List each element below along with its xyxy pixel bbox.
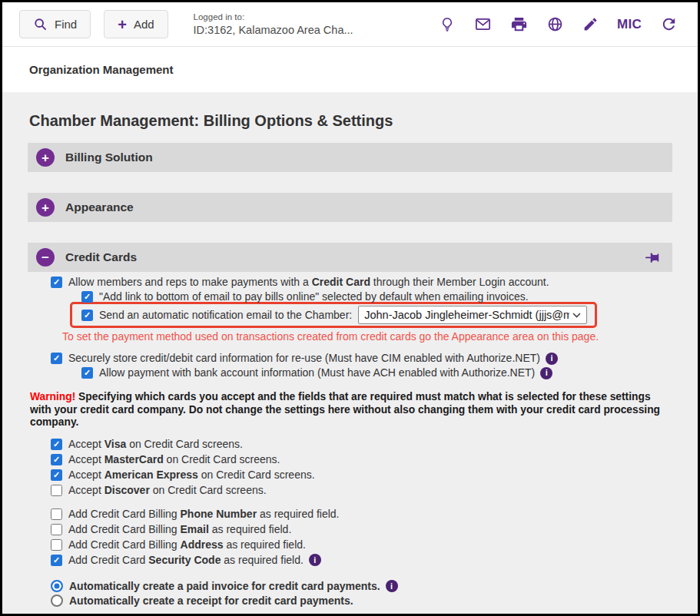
plus-icon: + (118, 17, 127, 32)
highlight-box: Send an automatic notification email to … (70, 302, 597, 328)
checkbox-row: Add Credit Card Billing Phone Number as … (51, 508, 672, 521)
checkbox[interactable] (51, 439, 62, 450)
expand-icon: + (36, 148, 55, 167)
info-icon[interactable]: i (386, 580, 398, 592)
printer-icon[interactable] (510, 15, 528, 33)
accordion-label: Credit Cards (65, 250, 137, 264)
checkbox[interactable] (81, 310, 93, 321)
payment-method-note: To set the payment method used on transa… (62, 330, 672, 343)
secure-storage-group: Securely store credit/debit card informa… (28, 352, 672, 379)
accept-cards-group: Accept Visa on Credit Card screens.Accep… (28, 438, 672, 497)
accordion-appearance[interactable]: + Appearance (28, 193, 672, 222)
row-label: Add Credit Card Security Code as require… (68, 554, 304, 567)
accordion-billing-solution[interactable]: + Billing Solution (28, 143, 672, 172)
checkbox-row: Accept Visa on Credit Card screens. (51, 438, 672, 451)
row-label: Add Credit Card Billing Address as requi… (68, 538, 306, 551)
expand-icon: + (36, 198, 55, 217)
row-label: Accept Visa on Credit Card screens. (68, 438, 243, 451)
checkbox[interactable] (51, 277, 62, 288)
checkbox-row: Allow payment with bank account informat… (81, 366, 672, 379)
breadcrumb-band: Organization Management (2, 47, 698, 92)
checkbox-row: Add Credit Card Billing Email as require… (51, 523, 672, 536)
top-toolbar: Find + Add Logged in to: ID:3162, Kalama… (2, 2, 698, 47)
chevron-down-icon (572, 313, 581, 318)
row-label: Securely store credit/debit card informa… (68, 352, 540, 365)
warning-text: Warning! Specifying which cards you acce… (30, 391, 670, 429)
row-label: Send an automatic notification email to … (99, 309, 352, 321)
collapse-icon: − (36, 248, 55, 267)
accordion-label: Billing Solution (65, 151, 153, 164)
checkbox[interactable] (81, 367, 93, 379)
refresh-icon[interactable] (660, 15, 678, 33)
radio-row: Automatically create a receipt for credi… (51, 594, 672, 608)
row-label: Accept Discover on Credit Card screens. (68, 484, 267, 497)
credit-cards-section: Allow members and reps to make payments … (28, 276, 672, 616)
lightbulb-icon[interactable] (439, 16, 456, 33)
mic-button[interactable]: MIC (617, 17, 642, 32)
add-button-label: Add (134, 18, 154, 31)
radio-button[interactable] (51, 594, 63, 607)
checkbox[interactable] (51, 485, 62, 496)
breadcrumb: Organization Management (29, 63, 174, 76)
info-icon[interactable]: i (309, 554, 321, 566)
add-button[interactable]: + Add (104, 10, 168, 38)
logged-in-value: ID:3162, Kalamazoo Area Cha... (194, 23, 353, 37)
checkbox[interactable] (51, 539, 62, 551)
find-button-label: Find (55, 18, 77, 31)
checkbox[interactable] (81, 291, 93, 303)
invoice-options-group: Automatically create a paid invoice for … (28, 580, 672, 608)
pencil-icon[interactable] (582, 16, 599, 32)
row-label: Accept MasterCard on Credit Card screens… (68, 453, 280, 466)
select-value: John-Jacob Jingleheimer-Schmidt (jjjs@ma… (364, 309, 569, 321)
checkbox[interactable] (51, 454, 62, 465)
accordion-credit-cards[interactable]: − Credit Cards (28, 243, 672, 272)
row-label: Add Credit Card Billing Phone Number as … (68, 508, 340, 521)
checkbox[interactable] (51, 524, 62, 535)
page-title: Chamber Management: Billing Options & Se… (29, 112, 672, 130)
checkbox[interactable] (51, 555, 62, 566)
required-fields-group: Add Credit Card Billing Phone Number as … (28, 508, 672, 567)
chamber-email-select[interactable]: John-Jacob Jingleheimer-Schmidt (jjjs@ma… (358, 306, 587, 324)
search-icon (33, 17, 48, 31)
checkbox-row: Add Credit Card Security Code as require… (51, 554, 672, 567)
row-label: Automatically create a paid invoice for … (69, 580, 380, 593)
checkbox[interactable] (51, 469, 62, 481)
radio-button[interactable] (51, 580, 63, 592)
checkbox-row: Accept MasterCard on Credit Card screens… (51, 453, 672, 466)
checkbox-row: Securely store credit/debit card informa… (51, 352, 672, 365)
info-icon[interactable]: i (546, 353, 558, 365)
app-window: Find + Add Logged in to: ID:3162, Kalama… (0, 0, 700, 616)
find-button[interactable]: Find (19, 10, 91, 38)
checkbox-row: Accept American Express on Credit Card s… (51, 469, 672, 482)
pin-icon[interactable] (644, 250, 660, 266)
checkbox-row: Accept Discover on Credit Card screens. (51, 484, 672, 497)
envelope-icon[interactable] (474, 15, 492, 33)
globe-icon[interactable] (546, 15, 564, 33)
row-label: Accept American Express on Credit Card s… (68, 469, 315, 482)
logged-in-info: Logged in to: ID:3162, Kalamazoo Area Ch… (194, 12, 353, 37)
row-label: Allow members and reps to make payments … (68, 276, 549, 289)
checkbox-row: Allow members and reps to make payments … (51, 276, 672, 289)
row-label: Automatically create a receipt for credi… (69, 594, 353, 608)
row-label: Allow payment with bank account informat… (99, 366, 535, 379)
accordion-label: Appearance (65, 200, 134, 214)
checkbox-row: Add Credit Card Billing Address as requi… (51, 538, 672, 551)
checkbox[interactable] (51, 508, 62, 520)
toolbar-icons: MIC (439, 15, 678, 33)
main-content: Chamber Management: Billing Options & Se… (2, 112, 698, 616)
radio-row: Automatically create a paid invoice for … (51, 580, 672, 593)
checkbox[interactable] (51, 353, 62, 364)
row-label: "Add link to bottom of email to pay bill… (99, 290, 529, 303)
logged-in-label: Logged in to: (194, 12, 353, 22)
row-label: Add Credit Card Billing Email as require… (68, 523, 291, 536)
info-icon[interactable]: i (540, 367, 552, 379)
